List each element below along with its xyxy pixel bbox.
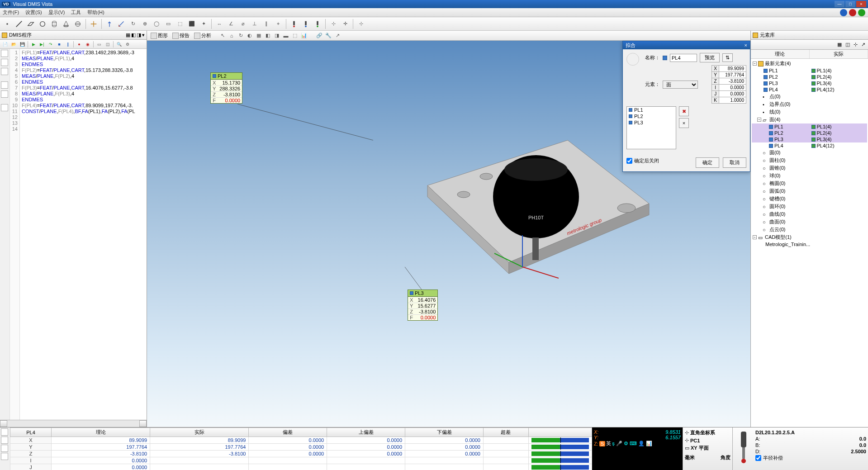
feat-add-button[interactable]: ✖ (679, 106, 689, 116)
tol2-icon[interactable]: ∠ (226, 19, 237, 29)
dialog-close-icon[interactable]: × (745, 43, 747, 48)
menu-tools[interactable]: 工具 (71, 9, 81, 16)
sphere-icon[interactable] (72, 19, 83, 29)
feature-tree[interactable]: −最新元素(4)PL1PL2PL3PL4PL1(4)PL2(4)PL3(4)PL… (751, 59, 868, 427)
axis1-icon[interactable] (104, 19, 115, 29)
point-icon[interactable] (2, 19, 13, 29)
cancel-button[interactable]: 取消 (723, 157, 746, 168)
menu-settings[interactable]: 设置(S) (25, 9, 42, 16)
btm-icon-2[interactable] (1, 437, 8, 444)
rt-btn-4[interactable]: ↗ (861, 42, 865, 47)
callout-pl2[interactable]: PL2 X15.1730Y288.3326Z-3.8100F0.0000 (210, 72, 242, 104)
cs2-icon[interactable]: ✛ (340, 19, 351, 29)
axis3-icon[interactable]: ↻ (128, 19, 138, 29)
side-icon-6[interactable] (1, 104, 8, 111)
menu-help[interactable]: 帮助(H) (87, 9, 104, 16)
tab-graphics[interactable]: 图形 (149, 32, 170, 40)
tab-report[interactable]: 报告 (171, 32, 191, 40)
find-icon[interactable]: 🔍 (115, 41, 123, 48)
side-icon-5[interactable] (1, 90, 8, 98)
cs1-icon[interactable]: ⊹ (328, 19, 339, 29)
plane-icon[interactable] (25, 19, 36, 29)
name-input[interactable] (670, 54, 697, 62)
cone-icon[interactable] (61, 19, 71, 29)
pause-icon[interactable]: ‖ (64, 41, 72, 48)
side-icon-1[interactable] (1, 50, 8, 57)
wrench-icon[interactable]: 🔧 (324, 32, 332, 40)
code-hscroll[interactable] (0, 420, 147, 427)
vw3-icon[interactable]: ◧ (264, 32, 272, 40)
construct-icon[interactable] (88, 19, 99, 29)
line-icon[interactable] (14, 19, 24, 29)
cylinder-icon[interactable] (49, 19, 60, 29)
ed2-icon[interactable]: ◫ (104, 41, 112, 48)
refresh-icon[interactable]: ↻ (237, 32, 245, 40)
vw7-icon[interactable]: 📊 (300, 32, 308, 40)
ok-button[interactable]: 确定 (696, 157, 719, 168)
3d-viewport[interactable]: metrologic group PH10T PL1 X238.1Y289.3Z… (147, 41, 750, 427)
link-icon[interactable]: 🔗 (315, 32, 323, 40)
panel-btn-3[interactable]: ◨ (137, 32, 141, 38)
rt-btn-2[interactable]: ◫ (845, 42, 850, 47)
vw1-icon[interactable]: ◐ (246, 32, 254, 40)
ed3-icon[interactable]: ⚙ (123, 41, 132, 48)
tab-analysis[interactable]: 分析 (192, 32, 213, 40)
circle-icon[interactable] (37, 19, 48, 29)
result-grid[interactable]: PL4理论实际偏差上偏差下偏差超差X89.909989.90990.00000.… (10, 427, 592, 470)
elem-select[interactable]: 面 (663, 81, 698, 89)
btm-icon-3[interactable] (1, 445, 8, 452)
side-icon-2[interactable] (1, 59, 8, 66)
vw4-icon[interactable]: ◨ (273, 32, 281, 40)
axis9-icon[interactable]: ✦ (198, 19, 209, 29)
step-icon[interactable]: ▶| (38, 41, 46, 48)
code-lines[interactable]: F(PL1)=FEAT/PLANE,CART,238.1492,289.3689… (20, 49, 147, 420)
axis8-icon[interactable]: ⬛ (186, 19, 197, 29)
panel-btn-2[interactable]: ◧ (131, 32, 136, 38)
new-icon[interactable]: 📄 (1, 41, 9, 48)
minimize-button[interactable]: — (835, 1, 844, 7)
ed1-icon[interactable]: ▭ (95, 41, 103, 48)
close-button[interactable]: × (856, 1, 866, 7)
tol3-icon[interactable]: ⌀ (237, 19, 248, 29)
stop-icon[interactable]: ■ (55, 41, 63, 48)
vw2-icon[interactable]: ▦ (255, 32, 263, 40)
axis6-icon[interactable]: ▭ (163, 19, 174, 29)
preview-button[interactable]: 预览 (700, 53, 720, 62)
home-icon[interactable]: ⌂ (228, 32, 236, 40)
radius-comp-check[interactable]: 半径补偿 (755, 455, 866, 461)
cs3-icon[interactable]: ⊹ (356, 19, 366, 29)
side-icon-4[interactable] (1, 81, 8, 89)
probe2-icon[interactable] (300, 19, 311, 29)
btm-icon-1[interactable] (1, 428, 8, 436)
axis7-icon[interactable]: ⬚ (175, 19, 185, 29)
vw5-icon[interactable]: ▬ (282, 32, 290, 40)
feature-list[interactable]: PL1PL2PL3 (626, 106, 676, 149)
code-editor[interactable]: 1234567891011121314 F(PL1)=FEAT/PLANE,CA… (0, 49, 147, 420)
rec1-icon[interactable]: ● (75, 41, 83, 48)
tol4-icon[interactable]: ⊥ (249, 19, 260, 29)
open-icon[interactable]: 📂 (9, 41, 18, 48)
side-icon-3[interactable] (1, 68, 8, 75)
rt-btn-1[interactable]: ▦ (837, 42, 842, 47)
axis2-icon[interactable] (116, 19, 127, 29)
move-icon[interactable]: ↗ (333, 32, 342, 40)
menu-display[interactable]: 显示(V) (48, 9, 65, 16)
panel-btn-1[interactable]: ▦ (126, 32, 130, 38)
menu-file[interactable]: 文件(F) (3, 9, 19, 16)
save-icon[interactable]: 💾 (18, 41, 26, 48)
rec2-icon[interactable]: ◉ (84, 41, 92, 48)
vw6-icon[interactable]: ⬚ (291, 32, 299, 40)
stepover-icon[interactable]: ↷ (47, 41, 55, 48)
btm-icon-4[interactable] (1, 453, 8, 460)
tol1-icon[interactable]: ↔ (214, 19, 225, 29)
axis5-icon[interactable]: ◯ (151, 19, 162, 29)
play-icon[interactable]: ▶ (29, 41, 38, 48)
swap-button[interactable]: ⇅ (722, 53, 733, 62)
tol6-icon[interactable]: ⌖ (273, 19, 284, 29)
panel-btn-4[interactable]: ▾ (142, 32, 145, 38)
feat-del-button[interactable]: × (679, 118, 689, 128)
probe1-icon[interactable] (289, 19, 299, 29)
axis4-icon[interactable]: ⊕ (139, 19, 150, 29)
callout-pl3[interactable]: PL3 X16.4076Y15.6277Z-3.8100F0.0000 (408, 290, 438, 321)
cursor-icon[interactable]: ↖ (218, 32, 227, 40)
